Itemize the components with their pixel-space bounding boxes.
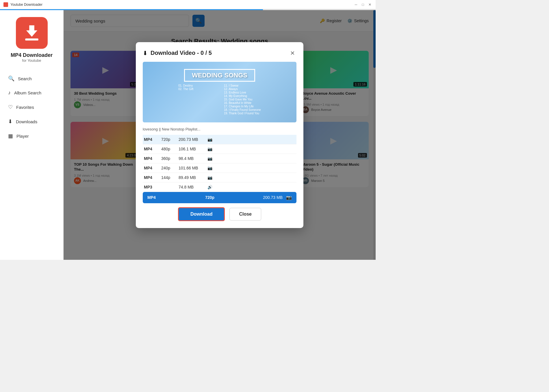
modal-video-preview: WEDDING SONGS 01. Destiny11. I Swear 02.… (143, 62, 296, 122)
modal-video-bg: WEDDING SONGS 01. Destiny11. I Swear 02.… (143, 62, 296, 122)
format-row-2[interactable]: MP4 480p 106.1 MB 📷 (143, 144, 296, 154)
sidebar-item-downloads[interactable]: ⬇ Downloads (3, 115, 60, 128)
format-type-3: MP4 (144, 156, 161, 161)
modal-title-row: ⬇ Download Video - 0 / 5 (143, 50, 212, 57)
selected-format-type: MP4 (147, 195, 202, 200)
window-controls: ─ □ ✕ (354, 2, 372, 7)
sidebar-item-label: Favorites (16, 105, 34, 110)
format-size-5: 89.49 MB (179, 175, 207, 180)
sidebar-item-player[interactable]: ▦ Player (3, 129, 60, 143)
sidebar-item-favorites[interactable]: ♡ Favorites (3, 100, 60, 114)
format-list: MP4 720p 200.73 MB 📷 MP4 480p 106.1 MB 📷… (143, 135, 296, 192)
download-modal: ⬇ Download Video - 0 / 5 ✕ WEDDING SONGS… (136, 42, 303, 228)
format-row-1[interactable]: MP4 720p 200.73 MB 📷 (143, 135, 296, 144)
heart-icon: ♡ (8, 104, 13, 110)
svg-rect-2 (29, 25, 34, 31)
format-quality-1: 720p (161, 137, 179, 142)
sidebar-item-label: Downloads (16, 119, 37, 124)
format-quality-4: 240p (161, 166, 179, 170)
sidebar-nav: 🔍 Search ♪ Album Search ♡ Favorites ⬇ Do… (0, 72, 63, 143)
download-icon: ⬇ (8, 118, 12, 125)
search-icon: 🔍 (8, 75, 14, 82)
download-modal-icon: ⬇ (143, 50, 148, 57)
format-type-5: MP4 (144, 175, 161, 180)
format-quality-3: 360p (161, 156, 179, 161)
format-row-3[interactable]: MP4 360p 98.4 MB 📷 (143, 154, 296, 163)
format-size-4: 101.66 MB (179, 166, 207, 170)
format-row-5[interactable]: MP4 144p 89.49 MB 📷 (143, 173, 296, 182)
maximize-button[interactable]: □ (361, 2, 365, 7)
format-icon-3: 📷 (207, 156, 216, 161)
selected-format-icon: 📷 (286, 195, 292, 200)
svg-rect-3 (25, 38, 38, 40)
title-bar-text: Youtube Downloader (10, 3, 354, 7)
format-type-4: MP4 (144, 166, 161, 170)
app-sub: for Youtube (22, 58, 41, 63)
sidebar-item-label: Player (16, 134, 29, 139)
close-button[interactable]: Close (229, 208, 261, 221)
selected-format-quality: 720p (205, 195, 259, 200)
modal-video-title: WEDDING SONGS (184, 69, 255, 82)
format-row-4[interactable]: MP4 240p 101.66 MB 📷 (143, 163, 296, 173)
app-name: MP4 Downloader (11, 52, 53, 58)
format-size-2: 106.1 MB (179, 147, 207, 151)
format-row-6[interactable]: MP3 74.8 MB 🔊 (143, 182, 296, 192)
modal-overlay: ⬇ Download Video - 0 / 5 ✕ WEDDING SONGS… (64, 10, 376, 260)
minimize-button[interactable]: ─ (354, 2, 358, 7)
modal-tracklist: 01. Destiny11. I Swear 02. The Gift12. A… (173, 84, 267, 115)
title-bar: Youtube Downloader ─ □ ✕ (0, 0, 376, 9)
format-type-2: MP4 (144, 147, 161, 151)
app-logo (16, 17, 48, 49)
sidebar-item-album-search[interactable]: ♪ Album Search (3, 86, 60, 99)
format-type-6: MP3 (144, 185, 161, 189)
modal-header: ⬇ Download Video - 0 / 5 ✕ (143, 49, 296, 57)
main-content: 🔍 🔑 Register ⚙️ Settings Search Results:… (64, 10, 376, 260)
format-type-1: MP4 (144, 137, 161, 142)
modal-close-button[interactable]: ✕ (288, 49, 296, 57)
sidebar-item-search[interactable]: 🔍 Search (3, 72, 60, 85)
modal-title: Download Video - 0 / 5 (151, 50, 212, 56)
format-size-1: 200.73 MB (179, 137, 207, 142)
format-size-3: 98.4 MB (179, 156, 207, 161)
selected-format-bar: MP4 720p 200.73 MB 📷 (143, 192, 296, 203)
player-icon: ▦ (8, 133, 13, 139)
sidebar: MP4 Downloader for Youtube 🔍 Search ♪ Al… (0, 10, 64, 260)
format-size-6: 74.8 MB (179, 185, 207, 189)
format-quality-5: 144p (161, 175, 179, 180)
download-button[interactable]: Download (178, 207, 225, 221)
format-icon-5: 📷 (207, 175, 216, 180)
music-icon: ♪ (8, 90, 11, 96)
modal-caption: lovesong || New Nonstop Playlist... (143, 127, 296, 131)
close-button[interactable]: ✕ (368, 2, 372, 7)
modal-actions: Download Close (143, 207, 296, 221)
format-icon-2: 📷 (207, 147, 216, 151)
format-icon-4: 📷 (207, 166, 216, 170)
format-quality-2: 480p (161, 147, 179, 151)
sidebar-item-label: Album Search (14, 90, 41, 95)
app-icon (3, 2, 8, 7)
sidebar-item-label: Search (18, 76, 32, 81)
format-icon-6: 🔊 (207, 185, 216, 189)
selected-format-size: 200.73 MB (263, 195, 283, 200)
format-icon-1: 📷 (207, 137, 216, 142)
